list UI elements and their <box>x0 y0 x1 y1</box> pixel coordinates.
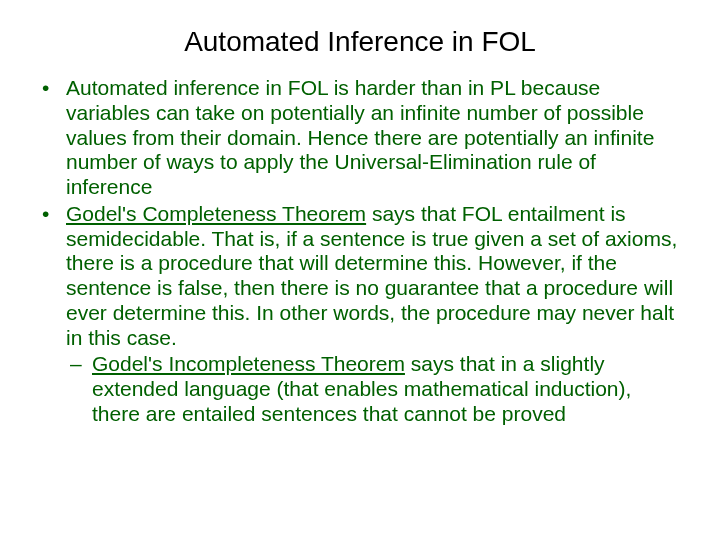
slide-title: Automated Inference in FOL <box>30 26 690 58</box>
sub-bullet-1-term: Godel's Incompleteness Theorem <box>92 352 405 375</box>
bullet-1-text: Automated inference in FOL is harder tha… <box>66 76 654 198</box>
bullet-1: Automated inference in FOL is harder tha… <box>36 76 684 200</box>
slide: Automated Inference in FOL Automated inf… <box>0 0 720 540</box>
bullet-list: Automated inference in FOL is harder tha… <box>30 76 690 427</box>
bullet-2-term: Godel's Completeness Theorem <box>66 202 366 225</box>
sub-list: Godel's Incompleteness Theorem says that… <box>66 352 684 426</box>
sub-bullet-1: Godel's Incompleteness Theorem says that… <box>66 352 684 426</box>
bullet-2: Godel's Completeness Theorem says that F… <box>36 202 684 427</box>
